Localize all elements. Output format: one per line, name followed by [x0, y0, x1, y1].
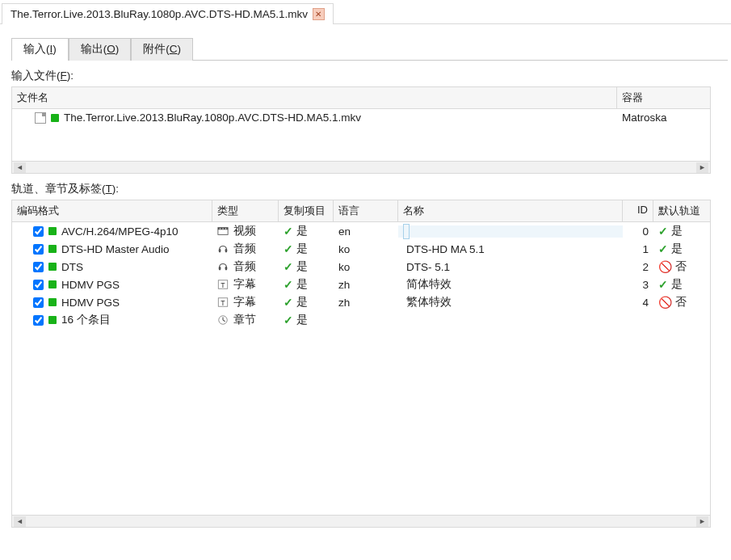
track-type: 音频	[233, 242, 256, 256]
col-format[interactable]: 编码格式	[12, 200, 212, 221]
audio-icon	[217, 261, 229, 272]
track-language: zh	[334, 279, 398, 291]
input-files-header: 文件名 容器	[12, 87, 710, 109]
tracks-body[interactable]: AVC/H.264/MPEG-4p10视频✓是en0✓是DTS-HD Maste…	[12, 222, 710, 515]
track-row[interactable]: 16 个条目章节✓是	[12, 311, 710, 329]
track-row[interactable]: HDMV PGST字幕✓是zh繁体特效4🚫否	[12, 293, 710, 311]
track-enable-checkbox[interactable]	[33, 280, 44, 290]
panel-tabs: 输入(I) 输出(O) 附件(C)	[11, 37, 728, 61]
col-name[interactable]: 名称	[398, 200, 623, 221]
status-indicator-icon	[48, 298, 57, 306]
copy-value: 是	[296, 224, 308, 238]
track-row[interactable]: AVC/H.264/MPEG-4p10视频✓是en0✓是	[12, 222, 710, 240]
track-type: 音频	[233, 259, 256, 274]
col-id[interactable]: ID	[623, 200, 653, 221]
file-row[interactable]: The.Terror.Live.2013.BluRay.1080p.AVC.DT…	[12, 109, 710, 126]
document-tab[interactable]: The.Terror.Live.2013.BluRay.1080p.AVC.DT…	[2, 3, 334, 24]
chapter-icon	[217, 314, 229, 326]
checkmark-icon: ✓	[658, 225, 668, 238]
tracks-grid: 编码格式 类型 复制项目 语言 名称 ID 默认轨道 AVC/H.264/MPE…	[11, 200, 711, 528]
close-icon[interactable]: ✕	[313, 8, 325, 20]
col-spacer	[712, 200, 721, 221]
status-indicator-icon	[48, 227, 57, 235]
status-indicator-icon	[48, 245, 57, 253]
track-enable-checkbox[interactable]	[33, 297, 44, 308]
track-enable-checkbox[interactable]	[33, 244, 44, 255]
svg-rect-8	[225, 267, 228, 270]
copy-value: 是	[296, 259, 308, 274]
track-id: 3	[623, 279, 653, 291]
status-indicator-icon	[51, 114, 59, 122]
checkmark-icon: ✓	[284, 242, 293, 255]
track-enable-checkbox[interactable]	[33, 226, 44, 237]
track-name: DTS-HD MA 5.1	[403, 242, 488, 257]
checkmark-icon: ✓	[658, 278, 668, 291]
tracks-header: 编码格式 类型 复制项目 语言 名称 ID 默认轨道	[12, 200, 710, 222]
svg-point-4	[225, 228, 226, 229]
copy-value: 是	[296, 242, 308, 256]
default-value: 否	[675, 259, 687, 274]
track-type: 字幕	[233, 277, 256, 292]
track-row[interactable]: DTS音频✓是koDTS- 5.12🚫否	[12, 258, 710, 276]
tab-output[interactable]: 输出(O)	[69, 38, 132, 61]
checkmark-icon: ✓	[658, 242, 668, 255]
default-value: 是	[671, 242, 683, 256]
copy-value: 是	[296, 295, 308, 309]
track-name: 简体特效	[403, 276, 455, 292]
track-language: en	[334, 225, 398, 238]
status-indicator-icon	[48, 280, 57, 288]
tab-attachments[interactable]: 附件(C)	[131, 38, 193, 61]
svg-text:T: T	[221, 299, 225, 307]
input-files-body[interactable]: The.Terror.Live.2013.BluRay.1080p.AVC.DT…	[12, 109, 710, 161]
svg-rect-6	[225, 249, 228, 252]
scroll-left-icon[interactable]: ◄	[14, 516, 26, 527]
h-scrollbar[interactable]: ◄ ►	[12, 161, 710, 173]
prohibited-icon: 🚫	[658, 296, 672, 309]
svg-point-2	[220, 228, 221, 229]
input-files-grid: 文件名 容器 The.Terror.Live.2013.BluRay.1080p…	[11, 86, 711, 174]
copy-value: 是	[296, 277, 308, 292]
checkmark-icon: ✓	[284, 278, 293, 291]
checkmark-icon: ✓	[284, 314, 293, 326]
document-tab-label: The.Terror.Live.2013.BluRay.1080p.AVC.DT…	[11, 8, 308, 20]
h-scrollbar[interactable]: ◄ ►	[12, 515, 710, 527]
checkmark-icon: ✓	[284, 225, 293, 238]
col-filename[interactable]: 文件名	[12, 87, 617, 108]
col-default[interactable]: 默认轨道	[653, 200, 712, 221]
scroll-left-icon[interactable]: ◄	[14, 162, 26, 173]
svg-point-3	[222, 228, 223, 229]
audio-icon	[217, 243, 229, 255]
default-value: 否	[675, 295, 687, 309]
svg-rect-5	[219, 249, 221, 252]
default-value: 是	[671, 224, 683, 238]
track-format: 16 个条目	[61, 313, 111, 327]
file-icon	[35, 112, 46, 124]
track-row[interactable]: DTS-HD Master Audio音频✓是koDTS-HD MA 5.11✓…	[12, 240, 710, 258]
track-id: 4	[623, 297, 653, 309]
track-name: 繁体特效	[403, 294, 455, 309]
status-indicator-icon	[48, 316, 57, 324]
document-tab-bar: The.Terror.Live.2013.BluRay.1080p.AVC.DT…	[0, 0, 731, 24]
track-enable-checkbox[interactable]	[33, 315, 44, 326]
tab-input[interactable]: 输入(I)	[11, 38, 69, 61]
checkmark-icon: ✓	[284, 260, 293, 273]
subtitle-icon: T	[217, 279, 229, 290]
col-container[interactable]: 容器	[617, 87, 710, 108]
svg-rect-7	[219, 267, 221, 270]
prohibited-icon: 🚫	[658, 260, 672, 273]
col-language[interactable]: 语言	[334, 200, 398, 221]
track-enable-checkbox[interactable]	[33, 262, 44, 272]
copy-value: 是	[296, 313, 308, 327]
scroll-right-icon[interactable]: ►	[696, 516, 708, 527]
col-type[interactable]: 类型	[212, 200, 279, 221]
status-indicator-icon	[48, 263, 57, 271]
track-language: zh	[334, 297, 398, 309]
track-name: DTS- 5.1	[403, 259, 453, 275]
track-format: HDMV PGS	[61, 297, 120, 309]
col-copy[interactable]: 复制项目	[279, 200, 334, 221]
track-row[interactable]: HDMV PGST字幕✓是zh简体特效3✓是	[12, 276, 710, 293]
default-value: 是	[671, 277, 683, 292]
scroll-right-icon[interactable]: ►	[696, 162, 708, 173]
track-type: 视频	[233, 224, 256, 238]
video-icon	[217, 225, 229, 237]
